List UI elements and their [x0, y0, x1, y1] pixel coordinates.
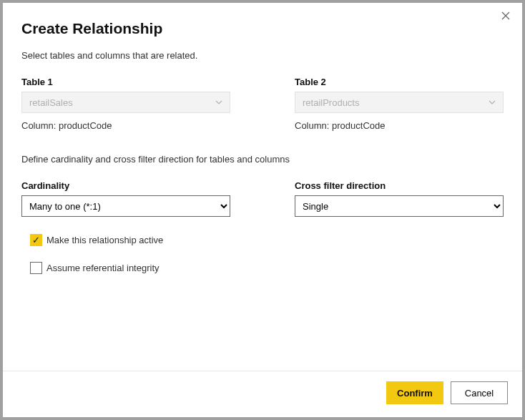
active-checkbox-label: Make this relationship active [46, 235, 163, 245]
close-button[interactable] [499, 10, 512, 23]
table2-column-value: productCode [332, 120, 385, 131]
table1-selected-value: retailSales [29, 97, 73, 108]
active-checkbox[interactable]: ✓ [30, 234, 42, 246]
table1-block: Table 1 retailSales Column: productCode [21, 77, 230, 131]
cardinality-select[interactable]: Many to one (*:1) [21, 195, 230, 217]
table1-column-value: productCode [59, 120, 112, 131]
cancel-button[interactable]: Cancel [451, 381, 508, 404]
dialog-footer: Confirm Cancel [3, 371, 522, 417]
table1-column-prefix: Column: [21, 120, 59, 131]
cardinality-block: Cardinality Many to one (*:1) [21, 180, 230, 217]
options-row: Cardinality Many to one (*:1) Cross filt… [21, 180, 504, 217]
crossfilter-label: Cross filter direction [295, 180, 504, 191]
table1-label: Table 1 [21, 77, 230, 87]
table2-column-prefix: Column: [295, 120, 332, 131]
table2-block: Table 2 retailProducts Column: productCo… [295, 77, 504, 131]
confirm-button[interactable]: Confirm [386, 381, 443, 404]
chevron-down-icon [489, 99, 496, 106]
chevron-down-icon [215, 99, 222, 106]
active-checkbox-row[interactable]: ✓ Make this relationship active [30, 234, 504, 246]
integrity-checkbox-label: Assume referential integrity [46, 263, 160, 273]
crossfilter-select[interactable]: Single [295, 195, 504, 217]
integrity-checkbox-row[interactable]: Assume referential integrity [30, 262, 504, 274]
dialog-title: Create Relationship [21, 20, 504, 37]
table1-column-line: Column: productCode [21, 120, 230, 131]
dialog-content: Create Relationship Select tables and co… [3, 3, 522, 371]
table2-selected-value: retailProducts [303, 97, 359, 108]
crossfilter-block: Cross filter direction Single [295, 180, 504, 217]
check-icon: ✓ [32, 235, 40, 245]
table2-select[interactable]: retailProducts [295, 92, 504, 113]
close-icon [501, 11, 510, 22]
table2-label: Table 2 [295, 77, 504, 87]
table1-select[interactable]: retailSales [21, 92, 230, 113]
cardinality-label: Cardinality [21, 180, 230, 191]
dialog-subtitle: Select tables and columns that are relat… [21, 50, 504, 61]
integrity-checkbox[interactable] [30, 262, 42, 274]
section-description: Define cardinality and cross filter dire… [21, 154, 504, 165]
tables-row: Table 1 retailSales Column: productCode … [21, 77, 504, 131]
table2-column-line: Column: productCode [295, 120, 504, 131]
create-relationship-dialog: Create Relationship Select tables and co… [3, 3, 522, 417]
